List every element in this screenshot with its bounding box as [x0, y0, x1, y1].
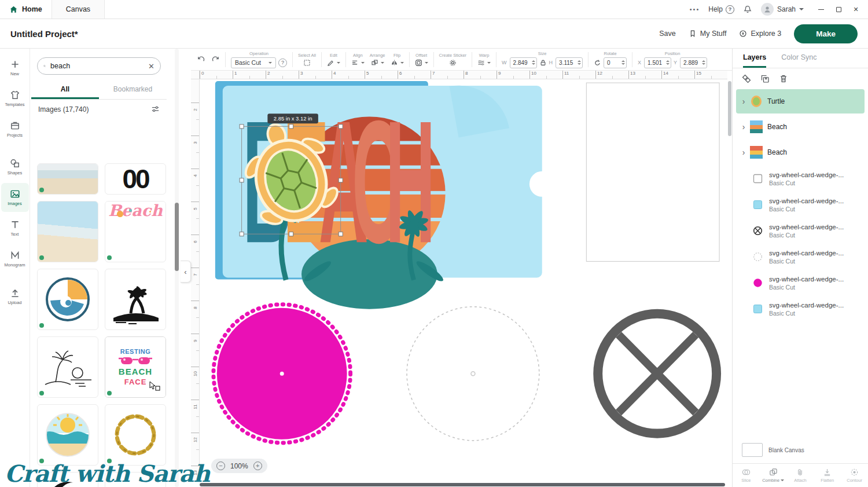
chevron-right-icon[interactable]: › — [740, 97, 748, 106]
select-all-button[interactable] — [303, 59, 311, 67]
my-stuff-button[interactable]: My Stuff — [689, 30, 727, 38]
zoom-in-button[interactable]: + — [253, 462, 262, 470]
tab-all[interactable]: All — [31, 80, 99, 99]
stepper-icon[interactable] — [702, 60, 705, 65]
thumbnail-palm-island-color[interactable] — [105, 472, 166, 487]
stepper-icon[interactable] — [532, 60, 535, 65]
panel-gutter: ‹ — [168, 49, 191, 487]
blank-canvas-swatch[interactable] — [742, 443, 763, 457]
thumbnail-shell-wreath[interactable] — [105, 404, 166, 466]
minimize-button[interactable] — [812, 2, 830, 16]
pos-x-input[interactable]: 1.501 — [644, 57, 671, 68]
overflow-menu-icon[interactable]: ••• — [690, 6, 700, 13]
group-icon[interactable] — [742, 74, 751, 83]
flatten-button[interactable]: Flatten — [814, 464, 841, 487]
canvas-tab[interactable]: Canvas — [52, 0, 105, 19]
thumbnail-resting-beach-face[interactable]: RESTING BEACH FACE — [105, 336, 166, 398]
rail-item-templates[interactable]: Templates — [1, 84, 29, 113]
delete-icon[interactable] — [779, 74, 788, 83]
operation-select[interactable]: Basic Cut — [231, 57, 276, 68]
duplicate-icon[interactable] — [760, 74, 770, 83]
make-button[interactable]: Make — [794, 24, 858, 43]
rail-item-text[interactable]: Text — [1, 214, 29, 243]
image-results-grid: 00 Beach — [37, 163, 167, 487]
maximize-button[interactable] — [830, 2, 847, 16]
explore-button[interactable]: Explore 3 — [739, 30, 781, 38]
layer-row-cut-3[interactable]: svg-wheel-card-wedge-...Basic Cut — [736, 218, 865, 244]
create-sticker-button[interactable] — [449, 59, 457, 67]
canvas-vertical-scrollbar[interactable] — [728, 81, 731, 136]
help-button[interactable]: Help ? — [708, 5, 734, 14]
rotate-icon[interactable] — [594, 59, 601, 67]
lock-icon[interactable] — [539, 59, 547, 67]
canvas-viewport[interactable]: B E A C H — [200, 79, 727, 482]
thumbnail-sun-wave-circle[interactable] — [37, 269, 98, 330]
rotate-input[interactable]: 0 — [604, 57, 627, 68]
save-button[interactable]: Save — [659, 30, 676, 38]
stepper-icon[interactable] — [666, 60, 670, 65]
layer-row-cut-6[interactable]: svg-wheel-card-wedge-...Basic Cut — [736, 296, 865, 322]
thumbnail-line-palm-sunset[interactable] — [37, 336, 98, 398]
chevron-right-icon[interactable]: › — [740, 122, 748, 131]
layer-row-cut-5[interactable]: svg-wheel-card-wedge-...Basic Cut — [736, 270, 865, 296]
home-tab[interactable]: Home — [0, 0, 52, 19]
search-input[interactable] — [50, 62, 144, 70]
arrange-button[interactable] — [371, 59, 384, 67]
dashed-circle-shape[interactable] — [407, 307, 539, 441]
flip-button[interactable] — [391, 59, 404, 67]
tab-color-sync[interactable]: Color Sync — [781, 49, 816, 68]
layer-row-beach-2[interactable]: › Beach — [736, 140, 865, 164]
magenta-circle-shape[interactable] — [214, 305, 351, 443]
filter-icon[interactable] — [151, 105, 160, 113]
bell-icon[interactable] — [743, 5, 752, 14]
rail-item-new[interactable]: New — [1, 53, 29, 82]
stepper-icon[interactable] — [621, 60, 625, 65]
layer-row-turtle[interactable]: › Turtle — [736, 89, 865, 113]
layer-row-cut-4[interactable]: svg-wheel-card-wedge-...Basic Cut — [736, 244, 865, 270]
rail-item-shapes[interactable]: Shapes — [1, 152, 29, 181]
thumbnail-zeros[interactable]: 00 — [105, 163, 166, 195]
tab-bookmarked[interactable]: Bookmarked — [99, 80, 167, 99]
slice-button[interactable]: Slice — [733, 464, 760, 487]
thumbnail-watercolor-beach[interactable] — [37, 201, 98, 262]
width-input[interactable]: 2.849 — [510, 57, 537, 68]
zoom-out-button[interactable]: − — [216, 462, 225, 470]
rail-item-monogram[interactable]: Monogram — [1, 244, 29, 273]
pos-y-input[interactable]: 2.889 — [680, 57, 707, 68]
thumbnail-palm-moon-bw[interactable] — [37, 472, 98, 487]
warp-button[interactable] — [477, 59, 491, 67]
collapse-panel-button[interactable]: ‹ — [181, 261, 191, 283]
user-menu[interactable]: Sarah — [761, 3, 804, 16]
blank-canvas-row[interactable]: Blank Canvas — [733, 437, 868, 463]
edit-button[interactable] — [327, 59, 340, 67]
clear-search-icon[interactable]: ✕ — [148, 63, 155, 70]
redo-icon[interactable] — [211, 55, 220, 64]
close-button[interactable]: ✕ — [847, 2, 865, 16]
stepper-icon[interactable] — [578, 60, 581, 65]
thumbnail-beach-photo[interactable] — [37, 163, 98, 195]
rail-item-upload[interactable]: Upload — [1, 282, 29, 311]
artboard[interactable] — [586, 83, 719, 261]
layer-row-beach-1[interactable]: › Beach — [736, 115, 865, 139]
offset-button[interactable] — [415, 59, 428, 67]
combine-button[interactable]: Combine — [760, 464, 787, 487]
contour-button[interactable]: Contour — [841, 464, 868, 487]
height-input[interactable]: 3.115 — [556, 57, 583, 68]
wheel-cross-shape[interactable] — [598, 314, 716, 434]
layer-row-cut-2[interactable]: svg-wheel-card-wedge-...Basic Cut — [736, 192, 865, 218]
tab-layers[interactable]: Layers — [743, 49, 766, 68]
undo-icon[interactable] — [197, 55, 205, 64]
operation-help-icon[interactable]: ? — [278, 58, 287, 67]
layer-row-cut-1[interactable]: svg-wheel-card-wedge-...Basic Cut — [736, 166, 865, 192]
thumbnail-beach-circle-scene[interactable] — [37, 404, 98, 466]
align-button[interactable] — [351, 59, 365, 67]
chevron-right-icon[interactable]: › — [740, 148, 748, 157]
canvas-horizontal-scrollbar[interactable] — [200, 483, 725, 486]
panel-scrollbar-thumb[interactable] — [175, 203, 179, 271]
search-box[interactable]: ✕ — [37, 57, 161, 75]
rail-item-projects[interactable]: Projects — [1, 115, 29, 144]
rail-item-images[interactable]: Images — [1, 183, 29, 212]
attach-button[interactable]: Attach — [787, 464, 814, 487]
thumbnail-palm-island-black[interactable] — [105, 269, 166, 330]
thumbnail-beach-script[interactable]: Beach — [105, 201, 166, 262]
